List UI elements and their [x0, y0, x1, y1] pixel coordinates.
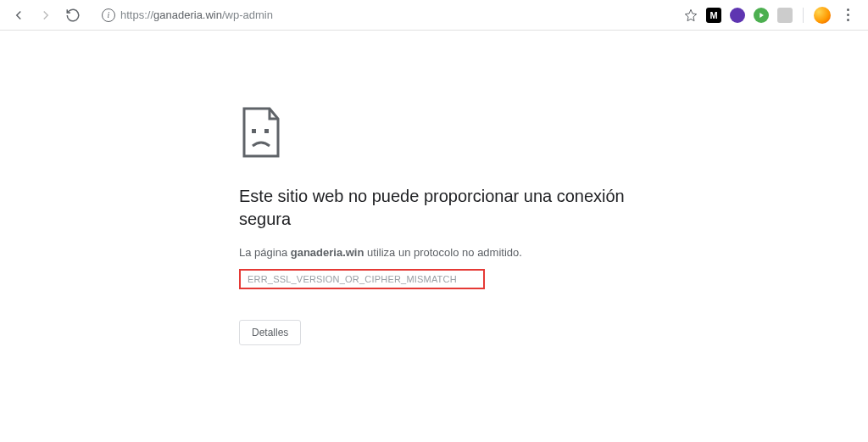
- profile-avatar[interactable]: [814, 7, 831, 24]
- error-code-highlight: ERR_SSL_VERSION_OR_CIPHER_MISMATCH: [239, 269, 485, 289]
- url-path: /wp-admin: [222, 8, 273, 21]
- svg-rect-1: [264, 129, 269, 133]
- site-info-icon[interactable]: i: [102, 8, 115, 22]
- browser-menu-button[interactable]: [839, 7, 856, 24]
- page-content: Este sitio web no puede proporcionar una…: [0, 31, 868, 345]
- toolbar-divider: [803, 8, 804, 23]
- reload-icon: [65, 8, 81, 23]
- bookmark-star-icon[interactable]: [684, 8, 698, 22]
- extensions-area: M: [701, 7, 861, 24]
- extension-icon-green[interactable]: [754, 8, 769, 23]
- address-bar[interactable]: i https://ganaderia.win/wp-admin: [93, 3, 672, 27]
- error-title: Este sitio web no puede proporcionar una…: [239, 185, 629, 231]
- error-desc-domain: ganaderia.win: [291, 246, 364, 259]
- arrow-right-icon: [38, 8, 53, 23]
- url-scheme: https://: [120, 8, 153, 21]
- error-code: ERR_SSL_VERSION_OR_CIPHER_MISMATCH: [248, 274, 476, 284]
- back-button[interactable]: [7, 3, 31, 27]
- error-desc-suffix: utiliza un protocolo no admitido.: [364, 246, 521, 259]
- sad-document-icon: [239, 107, 283, 158]
- forward-button[interactable]: [34, 3, 58, 27]
- reload-button[interactable]: [61, 3, 85, 27]
- details-button[interactable]: Detalles: [239, 320, 301, 345]
- error-desc-prefix: La página: [239, 246, 291, 259]
- arrow-left-icon: [11, 8, 26, 23]
- extension-icon-gray[interactable]: [777, 8, 793, 23]
- url-text: https://ganaderia.win/wp-admin: [120, 8, 273, 21]
- play-icon: [757, 11, 765, 20]
- ssl-error-block: Este sitio web no puede proporcionar una…: [239, 107, 629, 345]
- url-domain: ganaderia.win: [153, 8, 222, 21]
- extension-icon-purple[interactable]: [730, 8, 745, 23]
- svg-rect-0: [252, 129, 256, 133]
- extension-icon-m[interactable]: M: [706, 8, 721, 23]
- browser-toolbar: i https://ganaderia.win/wp-admin M: [0, 0, 868, 31]
- error-description: La página ganaderia.win utiliza un proto…: [239, 246, 629, 259]
